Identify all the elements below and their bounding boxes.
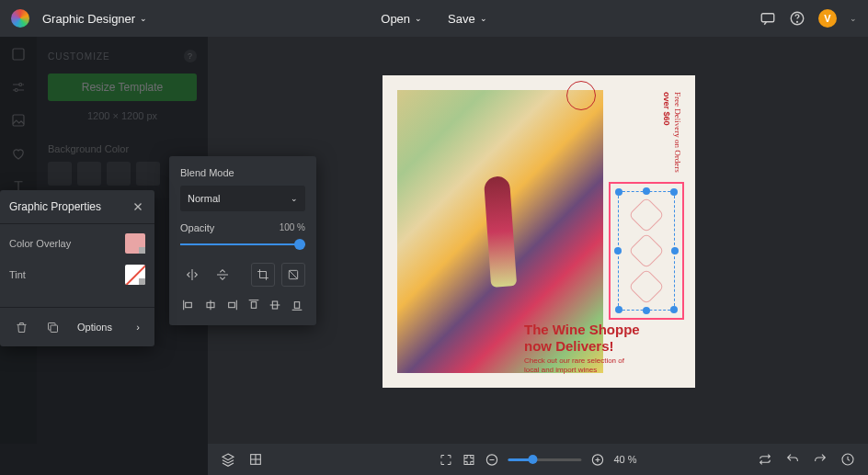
zoom-percent: 40 %: [613, 454, 636, 465]
actual-size-icon[interactable]: [462, 453, 475, 467]
color-overlay-row: Color Overlay: [9, 233, 145, 254]
color-overlay-swatch[interactable]: [125, 233, 145, 254]
svg-rect-9: [186, 302, 192, 307]
layers-icon[interactable]: [10, 46, 27, 62]
tint-swatch[interactable]: [125, 265, 145, 285]
graphic-shape: [628, 269, 665, 306]
svg-rect-12: [251, 302, 256, 309]
history-icon[interactable]: [840, 452, 855, 467]
artboard[interactable]: Free Delivery on Ordersover $60 The Wine…: [383, 75, 695, 388]
svg-point-5: [15, 89, 17, 92]
resize-handle[interactable]: [615, 188, 622, 196]
svg-rect-0: [761, 14, 774, 22]
bottombar-right: [758, 452, 855, 467]
opacity-value: 100 %: [280, 222, 305, 233]
transform-icons: [180, 263, 305, 287]
zoom-slider[interactable]: [508, 458, 581, 461]
fit-screen-icon[interactable]: [439, 453, 452, 467]
resize-handle[interactable]: [670, 306, 678, 313]
image-icon[interactable]: [10, 112, 27, 129]
align-left-icon[interactable]: [180, 296, 198, 314]
svg-point-2: [797, 21, 798, 22]
zoom-out-icon[interactable]: [485, 453, 498, 467]
grid-toggle-icon[interactable]: [248, 452, 263, 467]
adjust-icon[interactable]: [10, 79, 27, 96]
topbar-right: V ⌄: [760, 9, 857, 28]
options-button[interactable]: Options ›: [72, 318, 145, 336]
duplicate-icon[interactable]: [40, 315, 64, 339]
chevron-down-icon: ⌄: [415, 14, 422, 23]
selected-graphic[interactable]: [623, 197, 669, 305]
chevron-right-icon: ›: [136, 322, 140, 333]
align-middle-icon[interactable]: [267, 296, 284, 314]
zoom-controls: 40 %: [439, 453, 636, 467]
flip-vertical-icon[interactable]: [211, 263, 234, 287]
blend-mode-value: Normal: [188, 193, 220, 204]
crop-icon[interactable]: [251, 263, 275, 287]
svg-point-4: [19, 84, 22, 86]
align-top-icon[interactable]: [246, 296, 263, 314]
save-button[interactable]: Save ⌄: [448, 12, 487, 26]
chevron-down-icon: ⌄: [480, 14, 487, 23]
undo-icon[interactable]: [785, 452, 800, 467]
help-icon[interactable]: [789, 10, 805, 27]
topbar: Graphic Designer ⌄ Open ⌄ Save ⌄ V ⌄: [0, 0, 868, 37]
loop-icon[interactable]: [758, 452, 772, 467]
svg-rect-7: [51, 325, 58, 333]
svg-rect-16: [464, 455, 474, 464]
svg-rect-11: [229, 302, 235, 307]
save-label: Save: [448, 12, 475, 26]
blend-mode-select[interactable]: Normal ⌄: [180, 186, 305, 211]
bg-swatch[interactable]: [77, 162, 101, 186]
graphic-properties-panel: Graphic Properties Color Overlay Tint Op…: [0, 190, 154, 346]
resize-handle[interactable]: [643, 187, 650, 195]
bg-swatch[interactable]: [48, 162, 72, 186]
gp-header: Graphic Properties: [0, 190, 154, 224]
heart-icon[interactable]: [10, 145, 27, 162]
align-bottom-icon[interactable]: [289, 296, 306, 314]
color-overlay-label: Color Overlay: [9, 238, 71, 249]
bg-swatch[interactable]: [136, 162, 160, 186]
bg-swatch[interactable]: [107, 162, 131, 186]
slider-track: [180, 243, 305, 245]
resize-handle[interactable]: [615, 306, 622, 313]
options-label: Options: [77, 322, 112, 333]
svg-rect-3: [13, 49, 24, 60]
trash-icon[interactable]: [9, 315, 33, 339]
selection-box[interactable]: [609, 182, 684, 320]
design-headline[interactable]: The Wine Shoppe now Delivers!: [524, 322, 640, 356]
avatar[interactable]: V: [818, 9, 837, 28]
mask-icon[interactable]: [281, 263, 305, 287]
customize-title: CUSTOMIZE: [48, 51, 110, 62]
design-circle[interactable]: [566, 81, 596, 110]
design-promo-text[interactable]: Free Delivery on Ordersover $60: [661, 92, 682, 173]
svg-rect-6: [13, 115, 24, 126]
opacity-slider[interactable]: [180, 239, 305, 250]
resize-handle[interactable]: [671, 247, 679, 254]
canvas-dimensions: 1200 × 1200 px: [48, 110, 197, 121]
sub-line1: Check out our rare selection of: [524, 356, 624, 365]
slider-thumb[interactable]: [294, 239, 305, 250]
workspace-selector[interactable]: Graphic Designer ⌄: [42, 12, 147, 26]
zoom-in-icon[interactable]: [590, 453, 604, 467]
align-right-icon[interactable]: [223, 296, 241, 314]
open-label: Open: [381, 12, 410, 26]
customize-heading: CUSTOMIZE ?: [48, 50, 197, 62]
design-subtext[interactable]: Check out our rare selection of local an…: [524, 356, 624, 375]
help-badge-icon[interactable]: ?: [184, 50, 197, 62]
resize-template-button[interactable]: Resize Template: [48, 74, 197, 101]
layers-toggle-icon[interactable]: [221, 452, 235, 467]
graphic-shape: [628, 197, 665, 233]
close-icon[interactable]: [132, 201, 143, 212]
zoom-thumb[interactable]: [529, 455, 538, 464]
flip-horizontal-icon[interactable]: [180, 263, 204, 287]
resize-handle[interactable]: [670, 188, 678, 196]
chevron-down-icon[interactable]: ⌄: [850, 14, 857, 23]
chat-icon[interactable]: [760, 10, 776, 27]
resize-handle[interactable]: [614, 247, 622, 254]
align-center-h-icon[interactable]: [202, 296, 220, 314]
open-button[interactable]: Open ⌄: [381, 12, 422, 26]
resize-handle[interactable]: [643, 307, 650, 314]
tint-label: Tint: [9, 269, 26, 280]
redo-icon[interactable]: [813, 452, 828, 467]
